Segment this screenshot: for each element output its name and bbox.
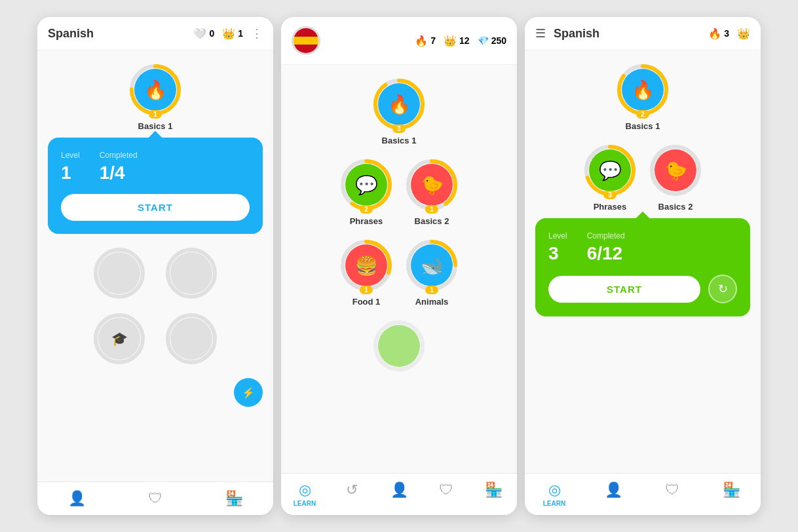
header-3: ☰ Spanish 🔥 3 👑: [525, 17, 761, 50]
skill-icon-basics1-s3: 🔥: [632, 79, 655, 101]
skill-label-basics2-s3: Basics 2: [658, 202, 693, 212]
locked-row-s2: [292, 320, 506, 372]
popup-completed-label-1: Completed: [100, 151, 138, 160]
nav-profile-icon-1: 👤: [68, 490, 86, 507]
hearts-value-1: 0: [209, 28, 214, 39]
skill-icon-food1-s2: 🍔: [355, 255, 378, 276]
popup-level-1: Level 1: [61, 151, 80, 183]
skill-inner-phrases-s3: 💬: [589, 149, 631, 191]
skill-basics1-s1[interactable]: 🔥 1 Basics 1: [48, 64, 263, 131]
skill-inner-animals-s2: 🐋: [411, 244, 453, 286]
skill-circle-animals-s2: 🐋 1: [406, 239, 458, 292]
badge-basics1-s1: 1: [149, 110, 162, 119]
locked-circle-s2a: [373, 320, 425, 372]
hearts-stat-3: 🔥 3: [708, 28, 729, 40]
nav-shield-3[interactable]: 🛡: [643, 479, 702, 510]
nav-shield-icon-3: 🛡: [665, 482, 679, 499]
skill-inner-basics2-s2: 🐤: [411, 164, 453, 206]
badge-food1-s2: 1: [360, 286, 373, 294]
crowns-value-2: 12: [459, 35, 470, 46]
skill-icon-basics2-s3: 🐤: [664, 160, 687, 181]
skill-icon-phrases-s2: 💬: [355, 174, 378, 196]
skills-row1-s3: 💬 3 Phrases 🐤 Basics: [535, 144, 750, 212]
popup-completed-value-3: 6/12: [587, 243, 625, 264]
flame-icon-3: 🔥: [708, 28, 721, 40]
skill-circle-food1-s2: 🍔 1: [340, 239, 392, 292]
nav-profile-icon-2: 👤: [390, 482, 408, 499]
header-title-1: Spanish: [48, 27, 185, 41]
skill-basics2-s3[interactable]: 🐤 Basics 2: [649, 144, 702, 212]
header-2: 🔥 7 👑 12 💎 250: [281, 17, 517, 65]
popup-level-3: Level 3: [548, 231, 567, 264]
skill-basics2-s2[interactable]: 🐤 1 Basics 2: [406, 159, 458, 226]
gems-stat-2: 💎 250: [478, 35, 506, 46]
locked-row1-1: [48, 247, 263, 299]
refresh-button-3[interactable]: ↻: [708, 275, 737, 303]
nav-learn-label-2: LEARN: [294, 500, 316, 507]
menu-dots-1[interactable]: ⋮: [251, 26, 263, 41]
skill-icon-basics2-s2: 🐤: [421, 174, 444, 196]
badge-basics2-s2: 1: [425, 205, 438, 214]
nav-shield-icon-2: 🛡: [439, 482, 453, 499]
phone-screen-2: 🔥 7 👑 12 💎 250: [281, 17, 517, 515]
skill-icon-basics1-s1: 🔥: [144, 79, 167, 101]
nav-shop-2[interactable]: 🏪: [470, 479, 517, 510]
skill-phrases-s3[interactable]: 💬 3 Phrases: [584, 144, 636, 212]
heart-icon-1: 🤍: [193, 28, 206, 40]
skill-icon-animals-s2: 🐋: [421, 255, 444, 276]
nav-shield-1[interactable]: 🛡: [116, 487, 195, 510]
popup-card-blue-1: Level 1 Completed 1/4 START: [48, 138, 263, 234]
nav-shield-icon-1: 🛡: [148, 490, 162, 507]
skill-label-basics2-s2: Basics 2: [415, 216, 449, 226]
locked-inner-2b: [170, 318, 212, 360]
skill-label-basics1-s3: Basics 1: [626, 121, 660, 131]
start-button-3[interactable]: START: [548, 276, 700, 303]
badge-basics1-s2: 3: [392, 124, 406, 133]
nav-profile-icon-3: 👤: [605, 482, 622, 499]
skill-animals-s2[interactable]: 🐋 1 Animals: [406, 239, 458, 307]
badge-animals-s2: 1: [425, 286, 438, 294]
locked-inner-1a: [98, 252, 140, 294]
header-1: Spanish 🤍 0 👑 1 ⋮: [37, 17, 273, 50]
skill-food1-s2[interactable]: 🍔 1 Food 1: [340, 239, 392, 307]
start-button-1[interactable]: START: [61, 194, 250, 221]
flame-icon-2: 🔥: [415, 35, 428, 47]
bottom-nav-2: ◎ LEARN ↺ 👤 🛡 🏪: [281, 473, 517, 515]
popup-stats-3: Level 3 Completed 6/12: [548, 231, 737, 264]
skill-circle-basics1-s3: 🔥 2: [617, 64, 669, 116]
locked-inner-s2a: [378, 325, 420, 367]
skill-basics1-s3[interactable]: 🔥 2 Basics 1: [535, 64, 750, 131]
skill-phrases-s2[interactable]: 💬 2 Phrases: [340, 159, 392, 226]
locked-skill-1a: [93, 247, 145, 299]
nav-shield-2[interactable]: 🛡: [423, 479, 470, 510]
nav-practice-2[interactable]: ↺: [328, 479, 375, 510]
hamburger-icon-3[interactable]: ☰: [535, 26, 546, 41]
crowns-value-1: 1: [238, 28, 243, 39]
nav-profile-1[interactable]: 👤: [37, 487, 116, 510]
nav-shop-1[interactable]: 🏪: [195, 487, 273, 510]
gem-icon-2: 💎: [478, 35, 489, 46]
scroll-content-2: 🔥 3 Basics 1 💬: [281, 65, 517, 473]
nav-profile-3[interactable]: 👤: [584, 479, 643, 510]
nav-profile-2[interactable]: 👤: [375, 479, 423, 510]
skill-basics1-s2[interactable]: 🔥 3 Basics 1: [292, 78, 506, 145]
nav-learn-2[interactable]: ◎ LEARN: [281, 479, 328, 510]
popup-stats-1: Level 1 Completed 1/4: [61, 151, 250, 183]
nav-learn-label-3: Learn: [543, 500, 565, 507]
locked-skill-2a: 🎓: [93, 313, 145, 365]
bottom-nav-1: 👤 🛡 🏪: [37, 482, 273, 515]
popup-row-3: START ↻: [548, 275, 737, 303]
skill-label-phrases-s3: Phrases: [594, 202, 627, 212]
popup-completed-label-3: Completed: [587, 231, 625, 240]
strength-button-1[interactable]: ⚡: [234, 378, 263, 407]
locked-skill-2b: [165, 313, 218, 365]
skill-icon-basics1-s2: 🔥: [388, 94, 411, 115]
nav-learn-3[interactable]: ◎ Learn: [525, 479, 584, 510]
nav-shop-3[interactable]: 🏪: [702, 479, 761, 510]
skill-inner-phrases-s2: 💬: [345, 164, 387, 206]
skill-circle-phrases-s2: 💬 2: [340, 159, 392, 211]
locked-skill-1b: [165, 247, 218, 299]
skills-row1-s2: 💬 2 Phrases 🐤 1: [292, 159, 506, 226]
skill-circle-basics2-s2: 🐤 1: [406, 159, 458, 211]
bottom-nav-3: ◎ Learn 👤 🛡 🏪: [525, 473, 761, 515]
